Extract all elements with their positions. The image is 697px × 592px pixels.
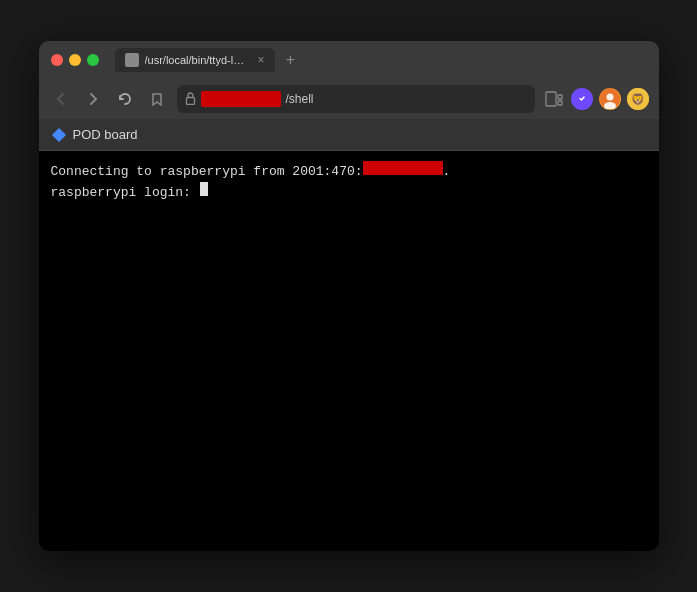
bookmark-add-button[interactable] bbox=[145, 87, 169, 111]
svg-rect-2 bbox=[558, 95, 562, 99]
address-bar[interactable]: /shell bbox=[177, 85, 535, 113]
url-redacted bbox=[201, 91, 281, 107]
browser-window: /usr/local/bin/ttyd-login (raspber... × … bbox=[39, 41, 659, 551]
title-bar: /usr/local/bin/ttyd-login (raspber... × … bbox=[39, 41, 659, 79]
minimize-button[interactable] bbox=[69, 54, 81, 66]
ip-address-redacted bbox=[363, 161, 443, 175]
close-button[interactable] bbox=[51, 54, 63, 66]
forward-button[interactable] bbox=[81, 87, 105, 111]
tab-bar: /usr/local/bin/ttyd-login (raspber... × … bbox=[115, 48, 303, 72]
traffic-lights bbox=[51, 54, 99, 66]
terminal-login-prompt: raspberrypi login: bbox=[51, 183, 199, 203]
svg-rect-1 bbox=[546, 92, 556, 106]
back-button[interactable] bbox=[49, 87, 73, 111]
page-display-icon[interactable] bbox=[543, 88, 565, 110]
diamond-icon bbox=[51, 127, 65, 141]
maximize-button[interactable] bbox=[87, 54, 99, 66]
url-suffix: /shell bbox=[286, 92, 314, 106]
profile-avatar[interactable] bbox=[599, 88, 621, 110]
tab-close-button[interactable]: × bbox=[257, 53, 264, 67]
pod-board-icon bbox=[51, 127, 67, 143]
terminal-line-1: Connecting to raspberrypi from 2001:470:… bbox=[51, 161, 647, 182]
bookmark-bar: POD board bbox=[39, 119, 659, 151]
lock-icon bbox=[185, 92, 196, 107]
terminal-period: . bbox=[443, 162, 451, 182]
active-tab[interactable]: /usr/local/bin/ttyd-login (raspber... × bbox=[115, 48, 275, 72]
terminal-connecting-text: Connecting to raspberrypi from 2001:470: bbox=[51, 162, 363, 182]
brave-shield-icon[interactable] bbox=[571, 88, 593, 110]
terminal-cursor bbox=[200, 182, 208, 196]
tab-favicon bbox=[125, 53, 139, 67]
terminal[interactable]: Connecting to raspberrypi from 2001:470:… bbox=[39, 151, 659, 551]
svg-rect-0 bbox=[186, 97, 194, 104]
terminal-line-2: raspberrypi login: bbox=[51, 182, 647, 203]
nav-icons: 🦁 bbox=[543, 88, 649, 110]
bat-reward-icon[interactable]: 🦁 bbox=[627, 88, 649, 110]
pod-board-label[interactable]: POD board bbox=[73, 127, 138, 142]
reload-button[interactable] bbox=[113, 87, 137, 111]
svg-point-5 bbox=[606, 94, 613, 101]
nav-bar: /shell bbox=[39, 79, 659, 119]
svg-text:🦁: 🦁 bbox=[631, 92, 645, 106]
new-tab-button[interactable]: + bbox=[279, 48, 303, 72]
svg-rect-3 bbox=[558, 101, 562, 105]
tab-title: /usr/local/bin/ttyd-login (raspber... bbox=[145, 54, 250, 66]
